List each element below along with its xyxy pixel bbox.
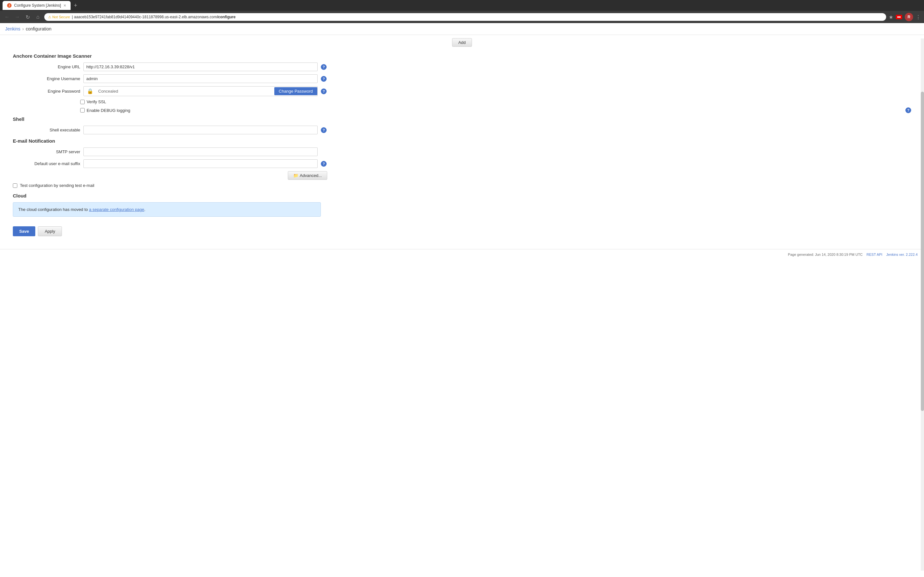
engine-url-label: Engine URL xyxy=(13,64,80,69)
advanced-button-row: 📁 Advanced... xyxy=(13,171,327,180)
email-suffix-group: Default user e-mail suffix ? xyxy=(13,159,911,168)
forward-button[interactable]: → xyxy=(13,14,21,20)
test-config-label: Test configuration by sending test e-mai… xyxy=(20,183,94,188)
add-button-row: Add xyxy=(13,35,911,53)
scrollbar-track[interactable] xyxy=(921,39,924,259)
apply-button[interactable]: Apply xyxy=(38,226,62,236)
email-section-title: E-mail Notification xyxy=(13,138,911,143)
debug-logging-label: Enable DEBUG logging xyxy=(87,108,130,113)
add-button[interactable]: Add xyxy=(452,38,472,47)
config-section: Add Anchore Container Image Scanner Engi… xyxy=(0,35,924,236)
cloud-info-box: The cloud configuration has moved to a s… xyxy=(13,202,321,217)
new-tab-button[interactable]: + xyxy=(72,2,79,9)
engine-url-help-icon[interactable]: ? xyxy=(321,64,326,70)
engine-password-group: Engine Password 🔒 Concealed Change Passw… xyxy=(13,86,911,96)
shell-section: Shell Shell executable ? xyxy=(13,116,911,134)
url-text: | aaaceb153e97241fab81d9d41409440c-18118… xyxy=(72,15,236,19)
debug-logging-help-icon[interactable]: ? xyxy=(905,107,911,113)
engine-username-label: Engine Username xyxy=(13,76,80,81)
active-tab[interactable]: J Configure System [Jenkins] × xyxy=(3,1,71,10)
anchore-section: Anchore Container Image Scanner Engine U… xyxy=(13,53,911,113)
verify-ssl-checkbox[interactable] xyxy=(80,100,85,104)
smtp-server-label: SMTP server xyxy=(13,149,80,154)
password-concealed-text: Concealed xyxy=(97,87,274,95)
address-bar[interactable]: ⚠ Not Secure | aaaceb153e97241fab81d9d41… xyxy=(44,13,886,21)
advanced-button[interactable]: 📁 Advanced... xyxy=(288,171,327,180)
jenkins-home-link[interactable]: Jenkins xyxy=(5,26,20,31)
smtp-server-input[interactable] xyxy=(83,147,318,156)
profile-button[interactable]: R xyxy=(905,13,913,21)
bookmark-icon[interactable]: ★ xyxy=(889,14,893,20)
tab-bar: J Configure System [Jenkins] × + xyxy=(0,0,924,11)
rest-api-link[interactable]: REST API xyxy=(867,253,882,256)
shell-executable-input[interactable] xyxy=(83,126,318,134)
save-button[interactable]: Save xyxy=(13,226,35,236)
test-config-checkbox[interactable] xyxy=(13,183,17,188)
debug-logging-row: Enable DEBUG logging xyxy=(80,108,130,113)
email-section: E-mail Notification SMTP server Default … xyxy=(13,138,911,188)
advanced-folder-icon: 📁 xyxy=(293,173,298,178)
smtp-server-group: SMTP server xyxy=(13,147,911,156)
debug-logging-checkbox[interactable] xyxy=(80,108,85,113)
shell-section-title: Shell xyxy=(13,116,911,122)
cloud-section-title: Cloud xyxy=(13,193,911,198)
email-suffix-label: Default user e-mail suffix xyxy=(13,161,80,166)
email-suffix-help-icon[interactable]: ? xyxy=(321,161,326,167)
email-suffix-input[interactable] xyxy=(83,159,318,168)
cloud-section: Cloud The cloud configuration has moved … xyxy=(13,193,911,217)
cloud-config-link[interactable]: a separate configuration page xyxy=(89,207,144,212)
address-bar-row: ← → ↻ ⌂ ⚠ Not Secure | aaaceb153e97241fa… xyxy=(0,11,924,23)
jenkins-version-link[interactable]: Jenkins ver. 2.222.4 xyxy=(886,253,918,256)
refresh-button[interactable]: ↻ xyxy=(24,14,31,20)
lock-icon: 🔒 xyxy=(84,87,97,96)
breadcrumb-separator: › xyxy=(22,26,24,31)
jenkins-nav: Jenkins › configuration xyxy=(0,23,924,35)
tab-favicon: J xyxy=(7,3,11,8)
change-password-button[interactable]: Change Password xyxy=(274,87,317,95)
verify-ssl-label: Verify SSL xyxy=(87,99,106,104)
advanced-button-label: Advanced... xyxy=(300,173,322,178)
cloud-info-end: . xyxy=(144,207,145,212)
home-button[interactable]: ⌂ xyxy=(34,14,42,20)
page-footer: Page generated: Jun 14, 2020 8:30:19 PM … xyxy=(0,249,924,259)
verify-ssl-row: Verify SSL xyxy=(80,99,106,104)
page-generated-text: Page generated: Jun 14, 2020 8:30:19 PM … xyxy=(788,253,863,256)
engine-username-input[interactable] xyxy=(83,74,318,83)
shell-executable-label: Shell executable xyxy=(13,127,80,132)
verify-ssl-group: Verify SSL xyxy=(13,99,911,104)
engine-password-help-icon[interactable]: ? xyxy=(321,89,326,94)
tab-title: Configure System [Jenkins] xyxy=(14,3,61,8)
password-group: 🔒 Concealed Change Password xyxy=(83,86,318,96)
tab-close-button[interactable]: × xyxy=(63,3,66,8)
engine-password-label: Engine Password xyxy=(13,89,80,93)
engine-url-input[interactable] xyxy=(83,63,318,71)
action-buttons: Save Apply xyxy=(13,226,911,236)
engine-url-group: Engine URL ? xyxy=(13,63,911,71)
shell-executable-help-icon[interactable]: ? xyxy=(321,127,326,133)
shell-executable-group: Shell executable ? xyxy=(13,126,911,134)
scrollbar-thumb[interactable] xyxy=(921,92,924,259)
back-button[interactable]: ← xyxy=(3,14,11,20)
engine-username-group: Engine Username ? xyxy=(13,74,911,83)
browser-menu-icon[interactable]: ⋮ xyxy=(916,14,921,20)
current-page-breadcrumb: configuration xyxy=(26,26,51,31)
test-config-row: Test configuration by sending test e-mai… xyxy=(13,183,911,188)
engine-username-help-icon[interactable]: ? xyxy=(321,76,326,82)
anchore-section-title: Anchore Container Image Scanner xyxy=(13,53,911,59)
address-icons: ★ ■■ R ⋮ xyxy=(889,13,921,21)
cloud-info-text: The cloud configuration has moved to xyxy=(18,207,89,212)
main-content: Add Anchore Container Image Scanner Engi… xyxy=(0,35,924,249)
not-secure-indicator: ⚠ Not Secure xyxy=(48,15,70,19)
debug-logging-group: Enable DEBUG logging ? xyxy=(13,107,911,113)
extension-icon[interactable]: ■■ xyxy=(896,15,902,19)
